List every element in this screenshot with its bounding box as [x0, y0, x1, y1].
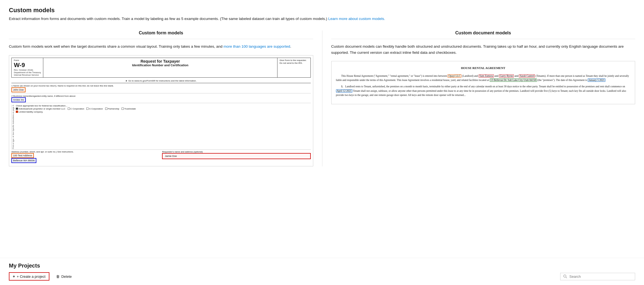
plus-icon: +	[13, 274, 15, 279]
trash-icon: 🗑	[56, 274, 60, 279]
w9-field5-value: 100 Test Address	[11, 153, 34, 158]
w9-form-title: Request for Taxpayer Identification Numb…	[43, 58, 277, 77]
w9-requester-label: Requester's name and address (optional)	[162, 151, 310, 153]
tenant2-tag: Garry Byrne	[499, 74, 514, 78]
custom-document-models-section: Custom document models Custom document m…	[322, 30, 635, 166]
w9-give-form: Give Form to the requester. Do not send …	[277, 58, 310, 77]
learn-more-link[interactable]: Learn more about custom models.	[328, 17, 385, 21]
w9-field1-value: John Doe	[11, 87, 26, 92]
search-icon	[563, 274, 567, 278]
my-projects-title: My Projects	[9, 263, 635, 269]
delete-button[interactable]: 🗑 Delete	[54, 273, 74, 280]
create-project-button[interactable]: + + Create a project	[9, 272, 49, 281]
projects-section: My Projects + + Create a project 🗑 Delet…	[0, 258, 644, 285]
search-input[interactable]	[569, 274, 632, 279]
search-box	[560, 273, 635, 280]
projects-toolbar: + + Create a project 🗑 Delete	[9, 272, 635, 281]
svg-line-1	[566, 277, 567, 278]
custom-document-models-description: Custom document models can flexibly hand…	[331, 44, 635, 55]
w9-field1-label: 1 Name (as shown on your income tax retu…	[11, 85, 311, 87]
page-description: Extract information from forms and docum…	[9, 16, 635, 22]
custom-document-models-title: Custom document models	[331, 30, 635, 39]
delete-label: Delete	[61, 274, 72, 279]
toolbar-left: + + Create a project 🗑 Delete	[9, 272, 74, 281]
w9-field6-value: Bellevue WA 98006	[11, 158, 36, 163]
landlord-tag: Opayi LLC	[448, 74, 461, 78]
page-description-text: Extract information from forms and docum…	[9, 17, 327, 21]
w9-side-label: Print or type ▲ See Specific Instruction…	[11, 105, 15, 149]
w9-form-preview: Form W-9 Rev. October 2018) Department o…	[9, 55, 313, 166]
address-tag: 13 Bellevue Dr. Salt Lake City Utah 8415…	[490, 78, 537, 82]
custom-form-models-description: Custom form models work well when the ta…	[9, 44, 313, 50]
w9-form-label: Form W-9 Rev. October 2018) Department o…	[12, 58, 43, 77]
w9-field2-value: Arctex Inc	[11, 97, 26, 102]
w9-instructions: ► Go to www.irs.gov/FormW9 for instructi…	[11, 79, 311, 83]
house-rental-preview: HOUSE RENTAL AGREEMENT This House Rental…	[331, 61, 635, 104]
page-title: Custom models	[9, 7, 635, 14]
date1-tag: January 5 2021	[588, 78, 605, 82]
date2-tag: April 12 2021	[336, 89, 352, 93]
w9-requester-value: Jamie Doe	[162, 153, 310, 159]
custom-form-models-title: Custom form models	[9, 30, 313, 39]
tenant3-tag: Sarah Cantrel	[519, 74, 535, 78]
custom-form-models-section: Custom form models Custom form models wo…	[9, 30, 322, 166]
w9-field3-desc: Check appropriate box for federal tax cl…	[16, 105, 311, 107]
create-project-label: + Create a project	[17, 274, 46, 279]
svg-point-0	[564, 275, 566, 277]
doc-title: HOUSE RENTAL AGREEMENT	[336, 66, 631, 71]
w9-checkboxes: Individual/sole proprietor or single-mem…	[16, 108, 311, 110]
doc-paragraph-2: 1. Landlord rents to Tenant, unfurnished…	[336, 85, 631, 97]
w9-field2-label: 2 Business name/disregarded entity name,…	[11, 95, 311, 97]
w9-field5-label: Address (number, street, and apt. or sui…	[11, 151, 160, 153]
w9-llc-checkbox: Limited liability company.	[16, 111, 311, 113]
doc-paragraph-1: This House Rental Agreement ("Agreement,…	[336, 74, 631, 82]
tenant1-tag: Sam Zamora	[479, 74, 494, 78]
